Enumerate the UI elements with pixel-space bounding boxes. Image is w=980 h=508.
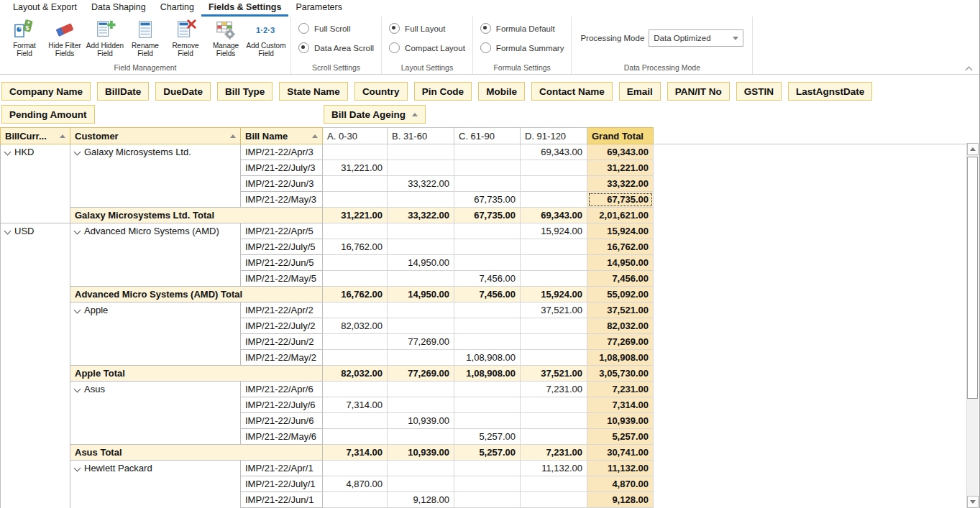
format-field-button[interactable]: $ Format Field bbox=[4, 18, 45, 57]
bill-name-cell[interactable]: IMP/21-22/July/6 bbox=[241, 397, 323, 413]
grand-total-cell[interactable]: 37,521.00 bbox=[587, 303, 654, 318]
grand-total-cell[interactable]: 14,950.00 bbox=[587, 255, 654, 271]
tab-charting[interactable]: Charting bbox=[153, 1, 201, 17]
bill-name-cell[interactable]: IMP/21-22/Apr/5 bbox=[241, 223, 323, 239]
tab-layout-export[interactable]: Layout & Export bbox=[6, 1, 84, 17]
value-cell[interactable]: 5,257.00 bbox=[454, 445, 521, 461]
bill-name-cell[interactable]: IMP/21-22/May/2 bbox=[241, 350, 323, 366]
value-cell[interactable]: 69,343.00 bbox=[521, 208, 587, 223]
value-cell[interactable]: 7,314.00 bbox=[323, 445, 388, 461]
grand-total-cell[interactable]: 69,343.00 bbox=[587, 144, 654, 160]
value-cell[interactable] bbox=[521, 413, 587, 429]
customer-cell[interactable]: Apple bbox=[70, 303, 241, 366]
value-cell[interactable] bbox=[521, 429, 587, 445]
field-pin-code[interactable]: Pin Code bbox=[414, 82, 472, 101]
value-cell[interactable] bbox=[521, 160, 587, 176]
grand-total-cell[interactable]: 3,05,730.00 bbox=[587, 366, 654, 382]
collapse-chevron-icon[interactable] bbox=[74, 307, 81, 314]
value-cell[interactable] bbox=[323, 350, 388, 366]
header-d-91-120[interactable]: D. 91-120 bbox=[521, 128, 587, 144]
value-cell[interactable] bbox=[323, 144, 388, 160]
value-cell[interactable]: 14,950.00 bbox=[388, 255, 454, 271]
field-state-name[interactable]: State Name bbox=[279, 82, 348, 101]
value-cell[interactable] bbox=[454, 223, 521, 239]
manage-fields-button[interactable]: Manage Fields bbox=[206, 18, 246, 57]
processing-mode-select[interactable]: Data Optimized bbox=[649, 29, 743, 47]
value-cell[interactable]: 16,762.00 bbox=[323, 239, 388, 255]
radio-compact-layout[interactable]: Compact Layout bbox=[389, 42, 465, 53]
value-cell[interactable] bbox=[454, 413, 521, 429]
value-cell[interactable] bbox=[323, 303, 388, 318]
field-pan-it-no[interactable]: PAN/IT No bbox=[667, 82, 730, 101]
value-cell[interactable] bbox=[521, 334, 587, 350]
value-cell[interactable] bbox=[388, 223, 454, 239]
value-cell[interactable]: 16,762.00 bbox=[323, 287, 388, 303]
customer-cell[interactable]: Hewlett Packard bbox=[70, 461, 241, 508]
value-cell[interactable] bbox=[521, 350, 587, 366]
grand-total-cell[interactable]: 67,735.00 bbox=[587, 192, 654, 208]
value-cell[interactable] bbox=[388, 239, 454, 255]
value-cell[interactable]: 9,128.00 bbox=[388, 492, 454, 508]
scroll-down-button[interactable] bbox=[967, 496, 979, 508]
value-cell[interactable]: 7,456.00 bbox=[454, 287, 521, 303]
value-cell[interactable] bbox=[454, 318, 521, 334]
value-cell[interactable] bbox=[323, 271, 388, 287]
bill-name-cell[interactable]: IMP/21-22/Jun/3 bbox=[241, 176, 323, 192]
bill-name-cell[interactable]: IMP/21-22/Apr/6 bbox=[241, 382, 323, 397]
value-cell[interactable] bbox=[388, 318, 454, 334]
value-cell[interactable] bbox=[323, 461, 388, 476]
add-custom-field-button[interactable]: 1·2·3 Add Custom Field bbox=[246, 18, 286, 57]
value-cell[interactable]: 10,939.00 bbox=[388, 445, 454, 461]
value-cell[interactable]: 7,456.00 bbox=[454, 271, 521, 287]
grand-total-cell[interactable]: 55,092.00 bbox=[587, 287, 654, 303]
value-cell[interactable] bbox=[454, 492, 521, 508]
collapse-chevron-icon[interactable] bbox=[74, 386, 81, 393]
collapse-chevron-icon[interactable] bbox=[74, 228, 81, 235]
value-cell[interactable]: 77,269.00 bbox=[388, 334, 454, 350]
value-cell[interactable] bbox=[521, 239, 587, 255]
value-cell[interactable]: 5,257.00 bbox=[454, 429, 521, 445]
field-bill-date-ageing[interactable]: Bill Date Ageing bbox=[324, 105, 426, 124]
bill-name-cell[interactable]: IMP/21-22/July/2 bbox=[241, 318, 323, 334]
grand-total-cell[interactable]: 31,221.00 bbox=[587, 160, 654, 176]
value-cell[interactable] bbox=[388, 160, 454, 176]
value-cell[interactable] bbox=[388, 461, 454, 476]
grand-total-cell[interactable]: 7,231.00 bbox=[587, 382, 654, 397]
radio-full-layout[interactable]: Full Layout bbox=[389, 23, 465, 34]
collapse-chevron-icon[interactable] bbox=[74, 149, 81, 156]
value-cell[interactable] bbox=[323, 334, 388, 350]
value-cell[interactable] bbox=[388, 429, 454, 445]
grand-total-cell[interactable]: 16,762.00 bbox=[587, 239, 654, 255]
field-email[interactable]: Email bbox=[619, 82, 661, 101]
total-label-cell[interactable]: Galaxy Microsystems Ltd. Total bbox=[70, 208, 323, 223]
value-cell[interactable] bbox=[388, 303, 454, 318]
value-cell[interactable] bbox=[454, 461, 521, 476]
grand-total-cell[interactable]: 77,269.00 bbox=[587, 334, 654, 350]
tab-parameters[interactable]: Parameters bbox=[288, 1, 349, 17]
ribbon-collapse-button[interactable] bbox=[965, 65, 973, 72]
total-label-cell[interactable]: Asus Total bbox=[70, 445, 323, 461]
bill-name-cell[interactable]: IMP/21-22/July/5 bbox=[241, 239, 323, 255]
field-gstin[interactable]: GSTIN bbox=[736, 82, 782, 101]
header-b-31-60[interactable]: B. 31-60 bbox=[388, 128, 454, 144]
value-cell[interactable]: 7,314.00 bbox=[323, 397, 388, 413]
currency-cell[interactable]: USD bbox=[1, 223, 70, 508]
value-cell[interactable] bbox=[388, 476, 454, 492]
value-cell[interactable]: 37,521.00 bbox=[521, 366, 587, 382]
value-cell[interactable] bbox=[388, 382, 454, 397]
value-cell[interactable] bbox=[454, 255, 521, 271]
bill-name-cell[interactable]: IMP/21-22/Jun/1 bbox=[241, 492, 323, 508]
radio-data-area-scroll[interactable]: Data Area Scroll bbox=[298, 42, 374, 53]
customer-cell[interactable]: Galaxy Microsystems Ltd. bbox=[70, 144, 241, 208]
value-cell[interactable] bbox=[454, 239, 521, 255]
currency-cell[interactable]: HKD bbox=[1, 144, 70, 223]
vertical-scrollbar[interactable] bbox=[966, 143, 979, 508]
bill-name-cell[interactable]: IMP/21-22/Apr/1 bbox=[241, 461, 323, 476]
grand-total-cell[interactable]: 33,322.00 bbox=[587, 176, 654, 192]
scroll-up-button[interactable] bbox=[967, 143, 979, 155]
value-cell[interactable] bbox=[323, 255, 388, 271]
grand-total-cell[interactable]: 15,924.00 bbox=[587, 223, 654, 239]
customer-cell[interactable]: Asus bbox=[70, 382, 241, 445]
value-cell[interactable]: 67,735.00 bbox=[454, 192, 521, 208]
bill-name-cell[interactable]: IMP/21-22/Apr/3 bbox=[241, 144, 323, 160]
